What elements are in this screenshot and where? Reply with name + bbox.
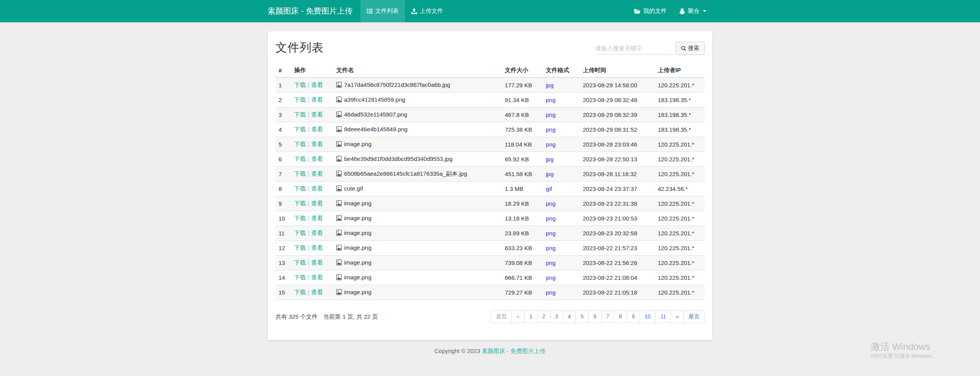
row-upload-time: 2023-08-22 21:08:04 xyxy=(580,270,655,285)
nav-item-aggregate-dropdown[interactable]: 聚合 xyxy=(673,0,712,22)
view-link[interactable]: 查看 xyxy=(311,274,323,281)
brand-title: 素颜图床 - 免费图片上传 xyxy=(268,6,353,16)
file-table-body: 1 下载|查看 7a17da456c8750f221d3c867fac0a6b.… xyxy=(275,78,705,300)
format-link[interactable]: png xyxy=(546,111,556,118)
view-link[interactable]: 查看 xyxy=(311,215,323,221)
nav-tab-file-list[interactable]: 文件列表 xyxy=(360,0,405,22)
footer-site-link[interactable]: 素颜图床 - 免费图片上传 xyxy=(482,348,545,354)
pagination-item[interactable]: » xyxy=(671,311,684,323)
format-link[interactable]: png xyxy=(546,97,556,103)
download-link[interactable]: 下载 xyxy=(294,141,306,147)
pagination-item[interactable]: 1 xyxy=(524,311,538,323)
row-index: 2 xyxy=(275,93,291,108)
download-link[interactable]: 下载 xyxy=(294,289,306,295)
download-link[interactable]: 下载 xyxy=(294,111,306,118)
format-link[interactable]: jpg xyxy=(546,171,554,177)
format-link[interactable]: png xyxy=(546,274,556,281)
row-index: 9 xyxy=(275,196,291,211)
row-format-cell: png xyxy=(543,256,580,270)
row-filename: image.png xyxy=(344,244,371,251)
row-index: 7 xyxy=(275,167,291,182)
row-format-cell: png xyxy=(543,93,580,108)
format-link[interactable]: jpg xyxy=(546,82,554,88)
format-link[interactable]: png xyxy=(546,141,556,148)
nav-right: 我的文件 聚合 xyxy=(628,0,712,22)
view-link[interactable]: 查看 xyxy=(311,155,323,162)
pagination-item[interactable]: 首页 xyxy=(491,311,512,323)
table-row: 5 下载|查看 image.png 118.04 KB png 2023-08-… xyxy=(275,137,705,152)
pagination-item[interactable]: 4 xyxy=(563,311,576,323)
view-link[interactable]: 查看 xyxy=(311,259,323,266)
view-link[interactable]: 查看 xyxy=(311,244,323,251)
action-separator: | xyxy=(308,229,309,236)
format-link[interactable]: gif xyxy=(546,185,552,192)
summary-page: 当前第 1 页, 共 22 页 xyxy=(323,313,378,320)
row-upload-time: 2023-08-24 23:37:37 xyxy=(580,182,655,196)
pagination-item[interactable]: « xyxy=(511,311,525,323)
row-uploader-ip: 42.234.56.* xyxy=(655,182,705,196)
download-link[interactable]: 下载 xyxy=(294,81,306,88)
view-link[interactable]: 查看 xyxy=(311,229,323,236)
format-link[interactable]: png xyxy=(546,230,556,237)
download-link[interactable]: 下载 xyxy=(294,229,306,236)
row-size: 467.8 KB xyxy=(502,108,543,122)
view-link[interactable]: 查看 xyxy=(311,111,323,118)
table-row: 1 下载|查看 7a17da456c8750f221d3c867fac0a6b.… xyxy=(275,78,705,93)
table-row: 3 下载|查看 46dad532e1145907.png 467.8 KB pn… xyxy=(275,108,705,122)
download-link[interactable]: 下载 xyxy=(294,170,306,177)
row-upload-time: 2023-08-29 08:32:39 xyxy=(580,108,655,122)
format-link[interactable]: jpg xyxy=(546,156,554,162)
search-input[interactable] xyxy=(595,42,671,55)
pagination-item[interactable]: 9 xyxy=(627,311,640,323)
nav-item-my-files[interactable]: 我的文件 xyxy=(628,0,673,22)
view-link[interactable]: 查看 xyxy=(311,170,323,177)
picture-file-icon xyxy=(336,245,342,252)
download-link[interactable]: 下载 xyxy=(294,244,306,251)
pagination-item[interactable]: 8 xyxy=(614,311,627,323)
nav-tab-upload[interactable]: 上传文件 xyxy=(405,0,449,22)
brand-link[interactable]: 素颜图床 - 免费图片上传 xyxy=(268,0,360,22)
pagination-item[interactable]: 10 xyxy=(639,311,656,323)
pagination-item[interactable]: 尾页 xyxy=(684,311,705,323)
action-separator: | xyxy=(308,259,309,266)
format-link[interactable]: png xyxy=(546,200,556,207)
col-header-size: 文件大小 xyxy=(502,64,543,78)
picture-file-icon xyxy=(336,127,342,133)
pagination-item[interactable]: 3 xyxy=(550,311,563,323)
format-link[interactable]: png xyxy=(546,289,556,296)
format-link[interactable]: png xyxy=(546,259,556,266)
row-actions: 下载|查看 xyxy=(291,93,333,108)
pagination-item[interactable]: 11 xyxy=(655,311,671,323)
pagination-item[interactable]: 6 xyxy=(588,311,602,323)
row-filename-cell: image.png xyxy=(333,256,502,270)
row-actions: 下载|查看 xyxy=(291,226,333,241)
view-link[interactable]: 查看 xyxy=(311,200,323,207)
row-filename-cell: image.png xyxy=(333,270,502,285)
view-link[interactable]: 查看 xyxy=(311,81,323,88)
view-link[interactable]: 查看 xyxy=(311,126,323,132)
format-link[interactable]: png xyxy=(546,126,556,133)
action-separator: | xyxy=(308,170,309,177)
view-link[interactable]: 查看 xyxy=(311,289,323,295)
pagination-item[interactable]: 5 xyxy=(575,311,589,323)
pagination-item[interactable]: 7 xyxy=(601,311,614,323)
download-link[interactable]: 下载 xyxy=(294,155,306,162)
row-size: 13.18 KB xyxy=(502,211,543,226)
download-link[interactable]: 下载 xyxy=(294,259,306,266)
view-link[interactable]: 查看 xyxy=(311,185,323,192)
format-link[interactable]: png xyxy=(546,215,556,222)
download-link[interactable]: 下载 xyxy=(294,126,306,132)
download-link[interactable]: 下载 xyxy=(294,274,306,281)
view-link[interactable]: 查看 xyxy=(311,141,323,147)
format-link[interactable]: png xyxy=(546,245,556,251)
download-link[interactable]: 下载 xyxy=(294,200,306,207)
search-button[interactable]: 搜索 xyxy=(676,42,705,55)
row-format-cell: png xyxy=(543,241,580,256)
row-format-cell: png xyxy=(543,137,580,152)
pagination: 首页«1234567891011»尾页 xyxy=(491,311,705,323)
download-link[interactable]: 下载 xyxy=(294,96,306,103)
download-link[interactable]: 下载 xyxy=(294,185,306,192)
download-link[interactable]: 下载 xyxy=(294,215,306,221)
pagination-item[interactable]: 2 xyxy=(537,311,550,323)
view-link[interactable]: 查看 xyxy=(311,96,323,103)
